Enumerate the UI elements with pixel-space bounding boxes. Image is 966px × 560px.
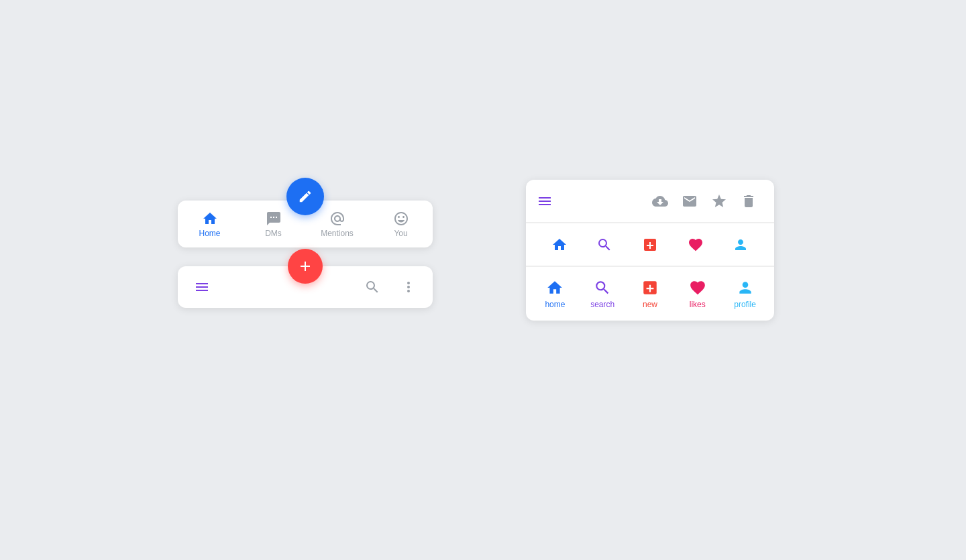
search-icon bbox=[596, 237, 612, 253]
mail-icon bbox=[682, 193, 698, 209]
nav-bar-2-right bbox=[360, 279, 421, 295]
trash-button[interactable] bbox=[734, 180, 763, 222]
nav-bar-2-left bbox=[190, 279, 214, 295]
fab-container bbox=[178, 178, 433, 215]
mail-button[interactable] bbox=[675, 180, 704, 222]
toolbar-row-1 bbox=[526, 180, 774, 223]
left-widget: Home DMs Mentions You bbox=[178, 178, 433, 308]
hamburger-icon bbox=[194, 279, 210, 295]
hamburger-button[interactable] bbox=[190, 279, 214, 295]
more-vert-icon bbox=[400, 279, 417, 295]
fab-add-button[interactable] bbox=[288, 249, 323, 284]
fab-edit-button[interactable] bbox=[286, 178, 324, 215]
download-icon bbox=[652, 193, 668, 209]
hamburger-icon bbox=[537, 193, 553, 209]
profile-label: profile bbox=[734, 300, 756, 309]
search-labeled-button[interactable]: search bbox=[579, 279, 627, 309]
profile-nav-button[interactable] bbox=[718, 223, 763, 266]
home-icon bbox=[546, 279, 564, 296]
add-nav-button[interactable] bbox=[627, 223, 673, 266]
person-icon bbox=[737, 279, 754, 296]
tab-you-label: You bbox=[394, 229, 407, 238]
search-icon bbox=[364, 279, 380, 295]
heart-icon bbox=[688, 237, 704, 253]
tab-dms-label: DMs bbox=[265, 229, 282, 238]
tab-mentions-label: Mentions bbox=[321, 229, 354, 238]
add-box-icon bbox=[641, 279, 659, 296]
add-box-icon bbox=[642, 237, 658, 253]
likes-labeled-button[interactable]: likes bbox=[674, 279, 721, 309]
person-icon bbox=[733, 237, 749, 253]
likes-nav-button[interactable] bbox=[673, 223, 718, 266]
download-button[interactable] bbox=[645, 180, 675, 222]
profile-labeled-button[interactable]: profile bbox=[721, 279, 769, 309]
nav-bar-2 bbox=[178, 266, 433, 308]
home-label: home bbox=[545, 300, 565, 309]
trash-icon bbox=[741, 193, 757, 209]
home-nav-button[interactable] bbox=[537, 223, 582, 266]
new-label: new bbox=[643, 300, 657, 309]
more-button[interactable] bbox=[396, 279, 421, 295]
star-icon bbox=[711, 193, 727, 209]
heart-icon bbox=[689, 279, 706, 296]
pencil-icon bbox=[298, 189, 313, 204]
search-button[interactable] bbox=[360, 279, 384, 295]
search-icon bbox=[594, 279, 611, 296]
labeled-nav-row: home search new likes profile bbox=[526, 267, 774, 321]
right-widget: home search new likes profile bbox=[526, 180, 774, 321]
toolbar-row-2 bbox=[526, 223, 774, 266]
new-labeled-button[interactable]: new bbox=[627, 279, 674, 309]
plus-icon bbox=[297, 258, 313, 274]
hamburger-menu-button[interactable] bbox=[537, 180, 591, 222]
likes-label: likes bbox=[690, 300, 706, 309]
tab-home-label: Home bbox=[199, 229, 220, 238]
search-nav-button[interactable] bbox=[582, 223, 628, 266]
star-button[interactable] bbox=[704, 180, 734, 222]
search-label: search bbox=[590, 300, 614, 309]
home-labeled-button[interactable]: home bbox=[531, 279, 579, 309]
home-icon bbox=[551, 237, 568, 253]
